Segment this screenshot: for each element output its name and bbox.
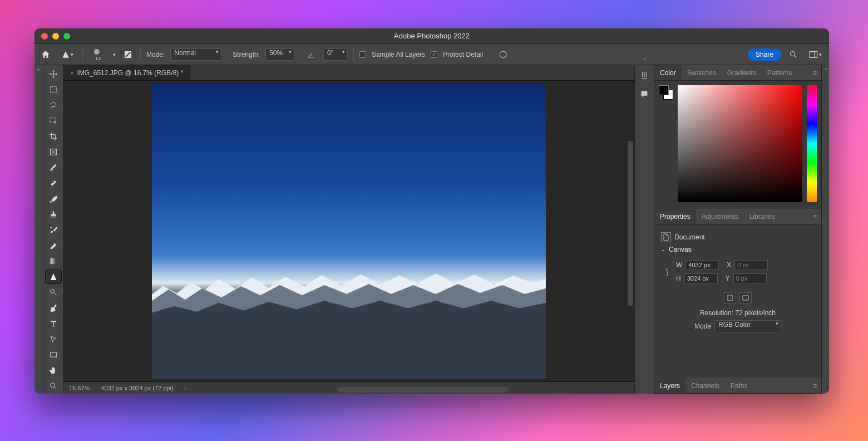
dodge-tool[interactable] xyxy=(46,286,61,299)
home-icon[interactable] xyxy=(39,48,52,61)
pressure-opacity-icon[interactable] xyxy=(496,48,510,61)
type-tool[interactable] xyxy=(46,317,61,330)
height-field[interactable]: 3024 px xyxy=(684,273,718,283)
divider xyxy=(140,48,141,61)
zoom-status[interactable]: 16.67% xyxy=(69,385,90,391)
collapsed-panel-strip xyxy=(634,65,654,394)
minimize-window[interactable] xyxy=(52,33,59,40)
document-tab[interactable]: × IMG_6512.JPG @ 16.7% (RGB/8) * xyxy=(63,65,190,80)
object-select-tool[interactable] xyxy=(46,114,61,128)
width-field[interactable]: 4032 px xyxy=(685,260,719,270)
image-canvas[interactable] xyxy=(152,84,546,379)
properties-panel-tabs: Properties Adjustments Libraries ≡ xyxy=(654,209,821,224)
path-select-tool[interactable] xyxy=(46,332,61,346)
tab-channels[interactable]: Channels xyxy=(685,378,725,393)
search-icon[interactable] xyxy=(787,48,800,61)
canvas-viewport[interactable] xyxy=(63,81,634,381)
mode-dropdown[interactable]: Normal xyxy=(170,48,221,61)
orientation-landscape-button[interactable] xyxy=(739,292,752,303)
gradient-tool[interactable] xyxy=(46,254,61,268)
protect-detail-checkbox[interactable] xyxy=(431,51,437,58)
close-tab-icon[interactable]: × xyxy=(70,70,73,76)
y-label: Y xyxy=(726,275,730,282)
vertical-scrollbar[interactable] xyxy=(628,141,633,306)
tab-layers[interactable]: Layers xyxy=(654,378,685,393)
tab-swatches[interactable]: Swatches xyxy=(682,65,722,80)
sample-all-checkbox[interactable] xyxy=(359,51,366,58)
strength-dropdown[interactable]: 50% xyxy=(265,48,294,61)
svg-rect-3 xyxy=(810,51,817,57)
chevron-down-icon[interactable]: ▾ xyxy=(113,52,116,57)
tab-paths[interactable]: Paths xyxy=(725,378,753,393)
sample-all-label: Sample All Layers xyxy=(372,51,425,58)
right-panel-gutter[interactable] xyxy=(821,65,829,394)
eraser-tool[interactable] xyxy=(46,239,61,252)
panel-menu-icon[interactable]: ≡ xyxy=(808,213,821,220)
link-wh-icon[interactable]: ⟆ xyxy=(665,267,668,276)
y-field[interactable]: 0 px xyxy=(733,273,767,283)
orientation-portrait-button[interactable] xyxy=(724,292,736,303)
svg-point-11 xyxy=(50,383,55,388)
resolution-label: Resolution: 72 pixels/inch xyxy=(700,309,776,317)
brushes-panel-icon[interactable] xyxy=(638,68,651,82)
properties-title: Document xyxy=(674,233,705,241)
zoom-tool[interactable] xyxy=(46,379,61,393)
tab-adjustments[interactable]: Adjustments xyxy=(696,209,744,224)
share-button[interactable]: Share xyxy=(748,48,781,61)
comments-panel-icon[interactable] xyxy=(638,87,651,101)
tab-gradients[interactable]: Gradients xyxy=(722,65,762,80)
hand-tool[interactable] xyxy=(46,364,61,377)
brush-tool[interactable] xyxy=(46,192,61,205)
color-field[interactable] xyxy=(678,85,802,202)
panel-menu-icon[interactable]: ≡ xyxy=(808,382,821,390)
panel-menu-icon[interactable]: ≡ xyxy=(808,69,821,77)
tab-patterns[interactable]: Patterns xyxy=(762,65,798,80)
crop-tool[interactable] xyxy=(46,130,61,143)
toolbar-collapse-gutter[interactable]: ›› xyxy=(34,65,43,394)
history-brush-tool[interactable] xyxy=(46,223,61,237)
rectangle-tool[interactable] xyxy=(46,348,61,361)
lasso-tool[interactable] xyxy=(46,99,61,112)
tab-properties[interactable]: Properties xyxy=(654,209,696,224)
options-bar: ▾ 13 ▾ Mode: Normal Strength: 50% 0° Sam… xyxy=(34,44,829,65)
brush-preview[interactable]: 13 xyxy=(88,48,107,61)
brush-size-value: 13 xyxy=(95,56,101,61)
pressure-size-icon[interactable] xyxy=(121,48,135,61)
svg-rect-4 xyxy=(50,87,56,93)
protect-detail-label: Protect Detail xyxy=(443,51,483,58)
maximize-window[interactable] xyxy=(63,33,70,40)
move-tool[interactable] xyxy=(46,67,61,81)
color-panel xyxy=(654,81,821,209)
hue-slider[interactable] xyxy=(807,85,817,202)
tab-color[interactable]: Color xyxy=(654,65,682,80)
svg-rect-13 xyxy=(743,296,748,300)
properties-panel: Document ⌄ Canvas ⟆ W 4032 px X 0 px xyxy=(654,224,821,378)
svg-point-9 xyxy=(50,290,54,293)
tool-preset-icon[interactable]: ▾ xyxy=(58,48,77,61)
color-mode-label: Mode xyxy=(694,322,711,330)
fg-bg-swatch[interactable] xyxy=(659,85,673,204)
tab-libraries[interactable]: Libraries xyxy=(744,209,781,224)
sharpen-tool[interactable] xyxy=(46,270,61,283)
x-label: X xyxy=(727,261,731,269)
eyedropper-tool[interactable] xyxy=(46,161,61,174)
x-field[interactable]: 0 px xyxy=(734,260,768,270)
stamp-tool[interactable] xyxy=(46,208,61,221)
canvas-section-header[interactable]: ⌄ Canvas xyxy=(661,246,815,253)
svg-rect-10 xyxy=(50,352,56,357)
marquee-tool[interactable] xyxy=(46,83,61,96)
pen-tool[interactable] xyxy=(46,301,61,315)
window-title: Adobe Photoshop 2022 xyxy=(34,32,829,40)
close-window[interactable] xyxy=(41,33,48,40)
svg-rect-12 xyxy=(728,295,732,301)
workspace-switcher-icon[interactable]: ▾ xyxy=(806,48,825,61)
frame-tool[interactable] xyxy=(46,145,61,159)
healing-tool[interactable] xyxy=(46,177,61,190)
color-mode-dropdown[interactable]: RGB Color xyxy=(714,320,781,332)
status-bar: 16.67% 4032 px x 3024 px (72 ppi) › xyxy=(63,381,634,394)
status-flyout-icon[interactable]: › xyxy=(185,385,187,391)
angle-field[interactable]: 0° xyxy=(323,48,348,61)
strength-label: Strength: xyxy=(233,51,260,58)
angle-icon xyxy=(304,48,318,61)
horizontal-scrollbar[interactable] xyxy=(337,387,509,393)
